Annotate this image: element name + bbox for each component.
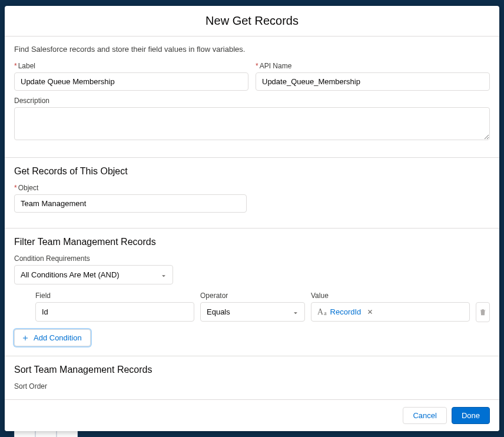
chevron-down-icon [293, 309, 299, 315]
modal-header: New Get Records [5, 6, 499, 37]
condition-field-value: Id [42, 307, 48, 316]
description-textarea[interactable] [14, 107, 490, 140]
sort-order-label: Sort Order [14, 382, 490, 390]
condition-operator-value: Equals [207, 307, 230, 316]
done-button[interactable]: Done [452, 407, 490, 424]
condition-value-pill: RecordId [330, 307, 362, 316]
required-asterisk: * [14, 184, 17, 192]
section-sort: Sort Team Management Records Sort Order [5, 356, 499, 390]
apiname-input[interactable] [256, 72, 490, 91]
filter-section-title: Filter Team Management Records [14, 237, 490, 247]
condition-operator-label: Operator [200, 292, 305, 300]
clear-value-button[interactable] [366, 308, 374, 316]
object-field-group: *Object [14, 184, 490, 213]
required-asterisk: * [14, 62, 17, 70]
condition-field-label: Field [35, 292, 194, 300]
object-input[interactable] [14, 194, 247, 213]
add-condition-label: Add Condition [34, 333, 82, 342]
condition-requirements-label: Condition Requirements [14, 254, 490, 263]
object-field-label: *Object [14, 184, 490, 192]
text-type-icon: Aa [317, 307, 327, 317]
chevron-down-icon [161, 272, 167, 278]
modal-title: New Get Records [14, 14, 490, 28]
label-field-label: *Label [14, 62, 248, 70]
new-get-records-modal: New Get Records Find Salesforce records … [5, 6, 499, 431]
label-input[interactable] [14, 72, 248, 91]
condition-requirements-value: All Conditions Are Met (AND) [21, 270, 120, 279]
section-basic-info: Find Salesforce records and store their … [5, 37, 499, 158]
apiname-field-label: *API Name [256, 62, 490, 70]
condition-row: Field Id Operator Equals Value [14, 292, 490, 322]
label-field-group: *Label [14, 62, 248, 91]
object-section-title: Get Records of This Object [14, 166, 490, 177]
required-asterisk: * [256, 62, 258, 70]
add-condition-button[interactable]: Add Condition [14, 329, 91, 346]
apiname-field-group: *API Name [256, 62, 490, 91]
condition-requirements-group: Condition Requirements All Conditions Ar… [14, 254, 490, 284]
condition-operator-select[interactable]: Equals [200, 302, 305, 322]
condition-value-input[interactable]: Aa RecordId [311, 302, 470, 322]
condition-requirements-select[interactable]: All Conditions Are Met (AND) [14, 265, 173, 284]
cancel-button[interactable]: Cancel [403, 407, 446, 424]
sort-section-title: Sort Team Management Records [14, 365, 490, 375]
modal-body: Find Salesforce records and store their … [5, 37, 499, 399]
condition-operator-col: Operator Equals [200, 292, 305, 322]
plus-icon [22, 335, 29, 342]
condition-value-col: Value Aa RecordId [311, 292, 470, 322]
condition-value-label: Value [311, 292, 470, 300]
description-field-label: Description [14, 97, 490, 105]
modal-footer: Cancel Done [5, 399, 499, 431]
sort-order-group: Sort Order [14, 382, 490, 390]
delete-condition-button[interactable] [476, 302, 490, 322]
condition-field-combobox[interactable]: Id [35, 302, 194, 322]
section-object: Get Records of This Object *Object [5, 158, 499, 229]
description-field-group: Description [14, 97, 490, 142]
condition-field-col: Field Id [35, 292, 194, 322]
section-filter: Filter Team Management Records Condition… [5, 229, 499, 356]
intro-text: Find Salesforce records and store their … [14, 45, 490, 54]
